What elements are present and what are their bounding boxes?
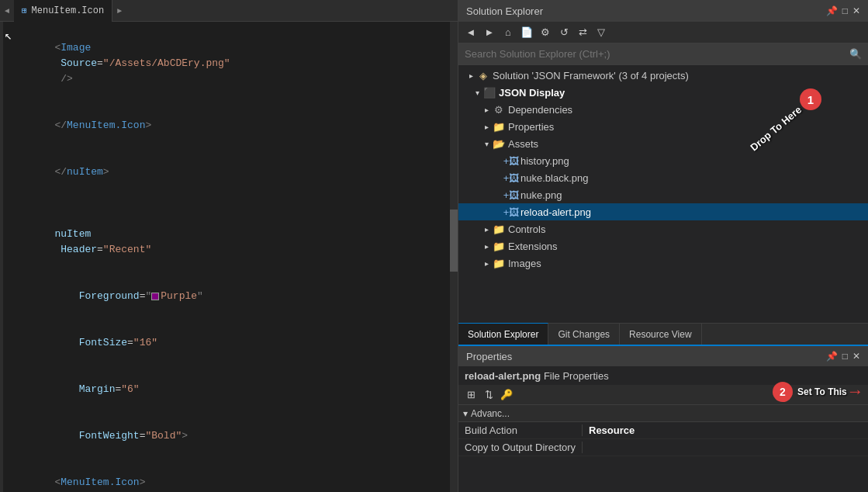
prop-name-copy-output: Copy to Output Directory [458,442,583,453]
images-folder-arrow[interactable] [480,257,493,269]
dependencies-icon: ⚙ [493,103,505,116]
tree-item-nuke-black-png[interactable]: +🖼 nuke.black.png [458,169,868,186]
tree-item-nuke-png[interactable]: +🖼 nuke.png [458,186,868,203]
assets-folder-label: Assets [508,138,865,150]
solution-expand-arrow[interactable] [465,69,477,81]
solution-explorer-panel: Solution Explorer 📌 □ ✕ ◄ ► ⌂ 📄 ⚙ ↺ ⇄ ▽ … [458,0,868,345]
controls-folder-arrow[interactable] [480,223,493,235]
tree-item-extensions[interactable]: 📁 Extensions [458,237,868,255]
solution-explorer-header-icons: 📌 □ ✕ [826,5,860,16]
code-line-5: nuItem Header="Recent" [0,211,458,273]
code-line-3: </nuItem> [0,149,458,196]
tree-item-assets[interactable]: 📂 Assets [458,135,868,152]
reload-alert-png-label: reload-alert.png [520,206,865,218]
nuke-black-png-label: nuke.black.png [520,172,865,184]
prop-toolbar-grid-btn[interactable]: ⊞ [463,387,479,403]
tab-solution-explorer[interactable]: Solution Explorer [458,323,548,345]
tree-item-controls[interactable]: 📁 Controls [458,220,868,237]
code-line-8: Margin="6" [0,366,458,413]
code-line-4 [0,196,458,211]
assets-folder-icon: 📂 [493,137,505,150]
toolbar-home-btn[interactable]: ⌂ [500,25,516,40]
properties-row-build-action: Build Action Resource [458,422,868,439]
tree-project-json-display[interactable]: ⬛ JSON Display [458,84,868,101]
maximize-icon[interactable]: □ [842,5,848,16]
editor-tab-bar: ◄ ⊞ MenuItem.Icon ► ↖ [0,0,458,22]
code-line-10: <MenuItem.Icon> [0,459,458,492]
editor-code-area[interactable]: <Image Source="/Assets/AbCDEry.png" /> <… [0,22,458,492]
extensions-folder-label: Extensions [508,241,865,252]
tab-scroll-right[interactable]: ► [112,6,126,15]
code-line-6: Foreground="Purple" [0,273,458,320]
tab-resource-view[interactable]: Resource View [620,323,701,345]
tab-git-changes[interactable]: Git Changes [548,323,620,345]
toolbar-settings-btn[interactable]: ⚙ [538,25,553,40]
solution-label: Solution 'JSON Framework' (3 of 4 projec… [493,70,865,81]
properties-file-type: File Properties [544,370,609,382]
toolbar-file-btn[interactable]: 📄 [519,25,534,40]
project-expand-arrow[interactable] [471,86,483,99]
extensions-folder-icon: 📁 [493,240,505,252]
properties-content: ▾ Advanc... Build Action Resource Copy t… [458,405,868,492]
properties-folder-icon: 📁 [493,120,505,133]
nuke-black-png-icon: +🖼 [505,172,517,184]
set-circle-label: 2 [780,386,786,398]
close-icon[interactable]: ✕ [852,5,860,16]
prop-toolbar-sort-btn[interactable]: ⇅ [481,387,496,403]
reload-alert-png-icon: +🖼 [505,206,517,218]
toolbar-sync-btn[interactable]: ⇄ [575,25,590,40]
toolbar-back-btn[interactable]: ◄ [463,25,479,40]
dependencies-label: Dependencies [508,104,865,116]
properties-row-copy-output: Copy to Output Directory [458,439,868,456]
set-circle-2: 2 [773,382,793,402]
solution-explorer-toolbar: ◄ ► ⌂ 📄 ⚙ ↺ ⇄ ▽ [458,22,868,43]
code-line-9: FontWeight="Bold"> [0,413,458,459]
editor-tab-label: MenuItem.Icon [32,5,105,16]
dependencies-arrow[interactable] [480,103,493,116]
tree-solution-root[interactable]: ◈ Solution 'JSON Framework' (3 of 4 proj… [458,67,868,84]
editor-scrollbar[interactable] [450,22,458,492]
tree-item-properties[interactable]: 📁 Properties [458,118,868,135]
code-line-1: <Image Source="/Assets/AbCDEry.png" /> [0,25,458,102]
solution-explorer-tree: ◈ Solution 'JSON Framework' (3 of 4 proj… [458,65,868,323]
properties-folder-arrow[interactable] [480,120,493,133]
images-folder-icon: 📁 [493,257,505,269]
properties-file-name: reload-alert.png [465,370,541,382]
tree-item-dependencies[interactable]: ⚙ Dependencies [458,101,868,118]
editor-scrollbar-thumb[interactable] [450,210,458,272]
tab-scroll-left[interactable]: ◄ [0,6,14,15]
pin-icon[interactable]: 📌 [826,5,838,16]
code-line-2: </MenuItem.Icon> [0,102,458,149]
tab-file-icon: ⊞ [22,5,27,16]
images-folder-label: Images [508,258,865,269]
properties-title: Properties [466,351,512,362]
solution-icon: ◈ [477,69,489,81]
assets-folder-arrow[interactable] [480,137,493,150]
tree-item-reload-alert-png[interactable]: +🖼 reload-alert.png [458,203,868,220]
properties-section-advanced[interactable]: ▾ Advanc... [458,405,868,422]
project-icon: ⬛ [483,86,496,99]
prop-pin-icon[interactable]: 📌 [826,351,838,362]
toolbar-refresh-btn[interactable]: ↺ [556,25,572,40]
project-label: JSON Display [499,87,865,99]
tree-item-images[interactable]: 📁 Images [458,255,868,272]
properties-toolbar: ⊞ ⇅ 🔑 2 Set To This → [458,385,868,405]
solution-explorer-tabs: Solution Explorer Git Changes Resource V… [458,323,868,345]
code-line-7: FontSize="16" [0,320,458,366]
toolbar-filter-btn[interactable]: ▽ [593,25,609,40]
properties-file-label-row: reload-alert.png File Properties [458,366,868,385]
prop-value-build-action[interactable]: Resource [583,424,868,436]
solution-explorer-search-bar: 🔍 [458,43,868,65]
solution-explorer-search-input[interactable] [465,48,846,60]
toolbar-forward-btn[interactable]: ► [482,25,497,40]
editor-tab-menuitem-icon[interactable]: ⊞ MenuItem.Icon [14,0,112,22]
extensions-folder-arrow[interactable] [480,240,493,252]
set-annotation: 2 Set To This → [773,382,860,402]
tree-item-history-png[interactable]: +🖼 history.png [458,152,868,169]
prop-close-icon[interactable]: ✕ [852,351,860,362]
prop-toolbar-key-btn[interactable]: 🔑 [499,387,514,403]
prop-maximize-icon[interactable]: □ [842,351,848,362]
properties-header: Properties 📌 □ ✕ [458,346,868,366]
properties-panel: Properties 📌 □ ✕ reload-alert.png File P… [458,345,868,492]
history-png-icon: +🖼 [505,154,517,167]
